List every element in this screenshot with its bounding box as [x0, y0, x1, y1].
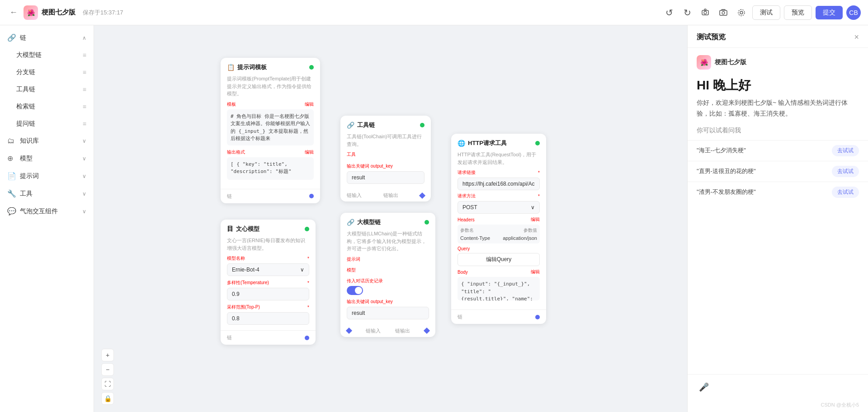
preview-bot-header: 🌺 梗图七夕版: [688, 48, 868, 77]
url-required-star: *: [538, 170, 540, 175]
edit-query-button[interactable]: 编辑Query: [458, 253, 540, 266]
model-select[interactable]: Ernie-Bot-4 ∨: [227, 263, 309, 276]
user-avatar-button[interactable]: CB: [846, 5, 861, 20]
preview-button[interactable]: 预览: [784, 5, 812, 20]
sidebar-item-chain[interactable]: 🔗 链 ∧: [0, 29, 94, 47]
try-button-1[interactable]: 去试试: [832, 166, 859, 177]
try-button-2[interactable]: 去试试: [832, 187, 859, 198]
sidebar-item-bubble[interactable]: 💬 气泡交互组件 ∨: [0, 202, 94, 220]
greeting-desc: 你好，欢迎来到梗图七夕版~ 输入情感相关热词进行体验，比如：孤寡梗、海王消失梗。: [688, 98, 868, 126]
toolchain-menu-icon: ≡: [83, 86, 86, 93]
prompt-chevron-icon: ∨: [82, 173, 86, 179]
submit-button[interactable]: 提交: [816, 6, 843, 19]
preview-body: 🌺 梗图七夕版 HI 晚上好 你好，欢迎来到梗图七夕版~ 输入情感相关热词进行体…: [688, 48, 868, 374]
settings-icon: [737, 9, 745, 17]
bot-name: 梗图七夕版: [715, 58, 746, 66]
try-label: 你可以试着问我: [688, 126, 868, 140]
chain-chevron-icon: ∧: [82, 35, 86, 41]
method-chevron-icon: ∨: [531, 204, 535, 211]
output-edit-link[interactable]: 编辑: [305, 149, 314, 155]
header-col1: 参数名: [460, 227, 474, 234]
top-p-input[interactable]: 0.8: [227, 312, 309, 325]
sidebar-item-prompt[interactable]: 📄 提示词 ∨: [0, 167, 94, 185]
preview-header: 测试预览 ×: [688, 25, 868, 48]
template-edit-link[interactable]: 编辑: [305, 101, 314, 108]
mic-button[interactable]: 🎤: [697, 380, 711, 394]
back-button[interactable]: ←: [7, 6, 20, 19]
required-star2: *: [307, 281, 309, 286]
history-toggle[interactable]: [347, 286, 363, 295]
wenxin-spacer1: [227, 276, 309, 280]
sidebar-item-questionchain[interactable]: 提问链 ≡: [0, 115, 94, 132]
sidebar-item-tool[interactable]: 🔧 工具 ∨: [0, 185, 94, 202]
tool-icon: 🔧: [7, 189, 16, 198]
http-tool-desc: HTTP请求工具(RequestTool)，用于发起请求并返回结果。: [451, 151, 546, 169]
top-p-label: 采样范围(Top-P) *: [227, 304, 309, 310]
http-tool-footer: 链: [451, 309, 546, 324]
body-edit-link[interactable]: 编辑: [531, 269, 540, 275]
preview-close-button[interactable]: ×: [854, 33, 859, 42]
screenshot-icon: [701, 9, 709, 17]
bubble-label: 气泡交互组件: [20, 207, 79, 215]
try-button-0[interactable]: 去试试: [832, 145, 859, 156]
redo-button[interactable]: ↻: [680, 5, 694, 20]
history-field-label: 传入对话历史记录: [347, 278, 429, 284]
svg-rect-3: [720, 10, 727, 15]
output-content: [ { "key": "title", "description": "标题": [227, 157, 314, 180]
knowledgebase-icon: 🗂: [7, 137, 16, 145]
sidebar-item-toolchain[interactable]: 工具链 ≡: [0, 81, 94, 98]
model-chevron-icon: ∨: [82, 155, 86, 162]
model-icon: ⊕: [7, 154, 16, 163]
screenshot-button[interactable]: [698, 5, 712, 20]
save-time: 保存于15:37:17: [83, 9, 123, 17]
chain-icon: 🔗: [7, 33, 16, 42]
questionchain-label: 提问链: [16, 120, 79, 128]
output-key-input[interactable]: result: [347, 171, 425, 184]
headers-edit-link[interactable]: 编辑: [531, 216, 540, 223]
sidebar-item-knowledgebase[interactable]: 🗂 知识库 ∨: [0, 132, 94, 150]
output-field-label: 输出格式 编辑: [227, 149, 314, 155]
sidebar-item-searchchain[interactable]: 检索链 ≡: [0, 98, 94, 115]
method-select[interactable]: POST ∨: [458, 201, 540, 214]
svg-point-5: [740, 11, 743, 14]
tool-field-label: 工具: [347, 151, 425, 158]
prompt-template-icon: 📋: [227, 64, 235, 71]
prompt-template-desc: 提示词模板(PromptTemplate)用于创建提示并定义输出格式，作为指令提…: [221, 75, 320, 101]
wenxin-status-dot: [305, 227, 309, 231]
http-tool-status-dot: [535, 141, 540, 145]
zoom-in-button[interactable]: +: [101, 349, 114, 361]
sidebar-item-model[interactable]: ⊕ 模型 ∨: [0, 150, 94, 167]
undo-button[interactable]: ↺: [662, 5, 676, 20]
url-input[interactable]: https://lhj.cafei168.com/api/Ac: [458, 178, 540, 190]
camera-button[interactable]: [716, 5, 731, 20]
tool-chain-body: 工具 输出关键词 output_key result: [340, 151, 431, 189]
llm-chain-status-dot: [425, 220, 429, 225]
fit-screen-button[interactable]: ⛶: [101, 378, 114, 390]
kb-chevron-icon: ∨: [82, 138, 86, 144]
searchchain-label: 检索链: [16, 103, 79, 111]
svg-point-4: [722, 11, 725, 14]
zoom-out-button[interactable]: −: [101, 363, 114, 376]
suggestion-text-1: "直男-送很丑的花的梗": [697, 167, 756, 175]
bot-emoji: 🌺: [700, 59, 708, 66]
prompt-template-status-dot: [309, 65, 314, 70]
test-button[interactable]: 测试: [752, 5, 780, 20]
output-key-label: 输出关键词 output_key: [347, 163, 425, 169]
main-layout: 🔗 链 ∧ 大模型链 ≡ 分支链 ≡ 工具链 ≡ 检索链 ≡ 提问链 ≡ 🗂 知…: [0, 25, 868, 412]
lock-button[interactable]: 🔒: [101, 392, 114, 405]
settings-button[interactable]: [734, 5, 749, 20]
llm-output-key-input[interactable]: result: [347, 307, 429, 319]
wenxin-icon: 目: [227, 225, 233, 233]
temperature-input[interactable]: 0.9: [227, 288, 309, 300]
sidebar-item-llmchain[interactable]: 大模型链 ≡: [0, 47, 94, 64]
sidebar-item-branchchain[interactable]: 分支链 ≡: [0, 64, 94, 81]
greeting-text: HI 晚上好: [688, 77, 868, 98]
tool-chain-title: 工具链: [357, 121, 417, 129]
http-tool-icon: 🌐: [458, 140, 465, 147]
model-label: 模型: [20, 154, 79, 163]
preview-footer: 🎤: [688, 374, 868, 400]
app-title: 梗图七夕版: [42, 8, 75, 17]
http-tool-body: 请求链接 * https://lhj.cafei168.com/api/Ac 请…: [451, 169, 546, 309]
canvas[interactable]: 📋 提示词模板 提示词模板(PromptTemplate)用于创建提示并定义输出…: [94, 25, 687, 412]
camera-icon: [719, 9, 727, 17]
